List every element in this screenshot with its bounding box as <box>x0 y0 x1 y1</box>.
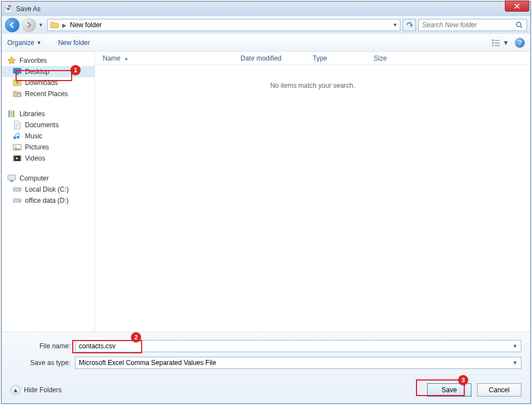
view-icon <box>491 39 500 47</box>
documents-icon <box>13 121 22 129</box>
favorites-root[interactable]: Favorites <box>2 55 94 66</box>
help-button[interactable]: ? <box>515 38 525 48</box>
hide-folders-label: Hide Folders <box>24 386 62 394</box>
svg-rect-21 <box>8 175 16 180</box>
libraries-icon <box>7 109 16 118</box>
close-icon <box>514 3 520 9</box>
new-folder-button[interactable]: New folder <box>58 39 90 47</box>
sort-asc-icon: ▲ <box>124 56 129 61</box>
window-title: Save As <box>16 5 41 13</box>
libraries-group: Libraries Documents Music Pictures Video… <box>2 108 94 164</box>
svg-rect-15 <box>13 111 14 117</box>
savetype-field[interactable]: Microsoft Excel Comma Separated Values F… <box>75 357 521 369</box>
filename-input[interactable] <box>79 342 513 350</box>
svg-rect-9 <box>495 45 500 46</box>
close-button[interactable] <box>505 1 529 12</box>
body-area: Favorites Desktop Downloads Recent Place… <box>2 52 530 332</box>
savetype-value: Microsoft Excel Comma Separated Values F… <box>79 359 513 367</box>
desktop-icon <box>13 67 22 76</box>
sidebar-item-label: Videos <box>25 154 45 162</box>
svg-point-17 <box>15 146 17 148</box>
svg-point-2 <box>7 7 10 11</box>
drive-icon <box>13 185 22 194</box>
address-bar[interactable]: ▶ New folder ▼ <box>47 19 400 31</box>
libraries-label: Libraries <box>19 110 45 118</box>
sidebar-item-label: Documents <box>25 121 59 129</box>
refresh-button[interactable] <box>403 19 416 31</box>
savetype-label: Save as type: <box>11 359 75 367</box>
save-button[interactable]: Save <box>427 383 471 397</box>
computer-root[interactable]: Computer <box>2 173 94 184</box>
recent-icon <box>13 89 22 98</box>
sidebar-item-downloads[interactable]: Downloads <box>2 77 94 88</box>
sidebar-item-label: Music <box>25 132 42 140</box>
svg-point-26 <box>19 200 20 201</box>
column-headers: Name ▲ Date modified Type Size <box>95 52 530 65</box>
sidebar-item-pictures[interactable]: Pictures <box>2 142 94 153</box>
music-icon <box>13 132 22 141</box>
libraries-root[interactable]: Libraries <box>2 108 94 119</box>
computer-group: Computer Local Disk (C:) office data (D:… <box>2 173 94 206</box>
sidebar-item-label: Desktop <box>25 68 49 76</box>
svg-point-3 <box>516 22 521 27</box>
sidebar-item-music[interactable]: Music <box>2 131 94 142</box>
star-icon <box>7 56 16 65</box>
sidebar-item-recent[interactable]: Recent Places <box>2 88 94 99</box>
chevron-up-icon: ▲ <box>11 385 21 395</box>
filename-label: File name: <box>11 342 75 350</box>
svg-rect-20 <box>20 156 21 161</box>
file-list-pane: Name ▲ Date modified Type Size No items … <box>95 52 530 332</box>
sidebar-item-label: office data (D:) <box>25 197 68 204</box>
sidebar-item-office-data[interactable]: office data (D:) <box>2 195 94 206</box>
favorites-group: Favorites Desktop Downloads Recent Place… <box>2 55 94 99</box>
sidebar-item-desktop[interactable]: Desktop <box>2 66 94 77</box>
address-dropdown[interactable]: ▼ <box>393 22 398 28</box>
chevron-down-icon[interactable]: ▼ <box>513 343 518 349</box>
breadcrumb-segment[interactable]: New folder <box>70 21 102 29</box>
sidebar-item-local-disk[interactable]: Local Disk (C:) <box>2 184 94 195</box>
breadcrumb-separator-icon: ▶ <box>62 22 67 28</box>
filename-row: File name: ▼ <box>11 340 521 352</box>
hide-folders-button[interactable]: ▲ Hide Folders <box>11 385 62 395</box>
svg-point-24 <box>19 189 20 190</box>
sidebar-item-videos[interactable]: Videos <box>2 153 94 164</box>
forward-button[interactable] <box>22 18 36 32</box>
folder-icon <box>50 21 59 29</box>
svg-rect-22 <box>10 181 13 182</box>
svg-rect-10 <box>13 68 21 73</box>
sidebar: Favorites Desktop Downloads Recent Place… <box>2 52 95 332</box>
favorites-label: Favorites <box>19 57 47 64</box>
back-button[interactable] <box>5 18 19 32</box>
sidebar-item-label: Pictures <box>25 143 49 151</box>
svg-rect-14 <box>11 111 12 117</box>
column-name-label: Name <box>103 54 121 62</box>
nav-history-dropdown[interactable]: ▼ <box>38 22 45 28</box>
column-size[interactable]: Size <box>374 54 418 62</box>
view-options-button[interactable]: ▼ <box>491 39 509 47</box>
sidebar-item-label: Downloads <box>25 79 58 87</box>
drive-icon <box>13 196 22 205</box>
footer-bottom: ▲ Hide Folders Save Cancel <box>11 383 521 397</box>
titlebar: Save As <box>2 2 530 16</box>
svg-rect-11 <box>16 74 19 75</box>
toolbar: Organize ▼ New folder ▼ ? <box>2 34 530 52</box>
chevron-down-icon: ▼ <box>503 39 509 47</box>
search-icon[interactable] <box>515 21 523 29</box>
column-type[interactable]: Type <box>313 54 374 62</box>
nav-bar: ▼ ▶ New folder ▼ <box>2 16 530 34</box>
svg-rect-7 <box>495 40 500 41</box>
cancel-button[interactable]: Cancel <box>477 383 521 397</box>
computer-label: Computer <box>19 174 49 182</box>
pictures-icon <box>13 143 22 152</box>
search-box[interactable] <box>418 19 527 31</box>
search-input[interactable] <box>422 21 515 29</box>
chrome-icon <box>4 4 13 13</box>
column-date[interactable]: Date modified <box>240 54 313 62</box>
svg-rect-19 <box>13 156 14 161</box>
sidebar-item-documents[interactable]: Documents <box>2 119 94 131</box>
organize-menu[interactable]: Organize ▼ <box>7 39 42 47</box>
column-name[interactable]: Name ▲ <box>103 54 240 62</box>
chevron-down-icon[interactable]: ▼ <box>513 360 518 366</box>
svg-rect-8 <box>495 43 500 43</box>
filename-field[interactable]: ▼ <box>75 340 521 352</box>
